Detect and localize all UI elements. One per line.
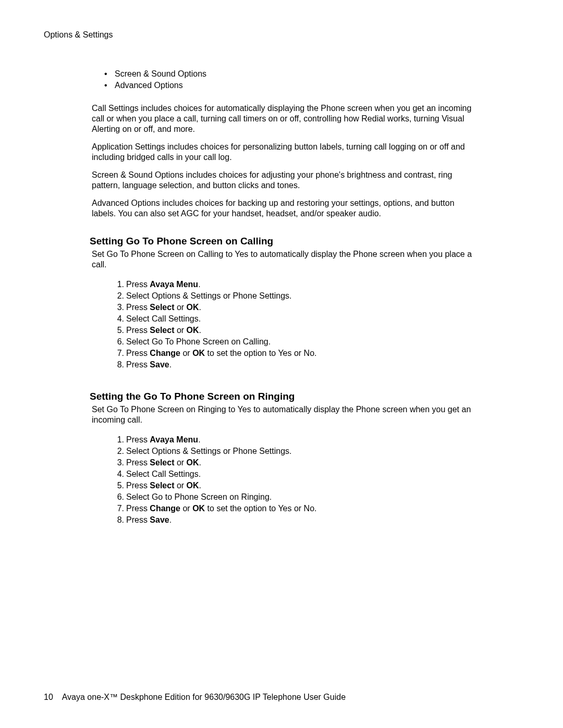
paragraph: Call Settings includes choices for autom… — [92, 103, 472, 134]
list-item: Press Save. — [126, 360, 472, 370]
bold-text: OK — [187, 458, 199, 467]
page-number: 10 — [44, 693, 53, 701]
bold-text: OK — [187, 303, 199, 312]
list-item: Press Select or OK. — [126, 302, 472, 313]
paragraph: Screen & Sound Options includes choices … — [92, 170, 472, 191]
list-item: Press Change or OK to set the option to … — [126, 503, 472, 514]
bold-text: Avaya Menu — [150, 280, 198, 289]
bold-text: OK — [192, 349, 205, 357]
bold-text: Select — [150, 326, 174, 335]
list-item: Press Change or OK to set the option to … — [126, 348, 472, 359]
list-item: Press Select or OK. — [126, 458, 472, 468]
options-bullet-list: Screen & Sound Options Advanced Options — [92, 69, 472, 91]
list-item: Select Call Settings. — [126, 314, 472, 324]
calling-steps: Press Avaya Menu.Select Options & Settin… — [92, 279, 472, 370]
list-item: Select Call Settings. — [126, 469, 472, 479]
list-item: Press Select or OK. — [126, 480, 472, 491]
footer-title: Avaya one-X™ Deskphone Edition for 9630/… — [62, 693, 346, 701]
list-item: Select Options & Settings or Phone Setti… — [126, 291, 472, 301]
running-header: Options & Settings — [44, 30, 519, 40]
intro-block: Screen & Sound Options Advanced Options … — [92, 69, 472, 219]
list-item: Select Options & Settings or Phone Setti… — [126, 446, 472, 456]
bold-text: OK — [192, 504, 205, 513]
bold-text: OK — [187, 481, 199, 490]
list-item: Press Save. — [126, 515, 472, 525]
list-item: Screen & Sound Options — [115, 69, 472, 79]
paragraph: Set Go To Phone Screen on Ringing to Yes… — [92, 404, 472, 425]
list-item: Press Avaya Menu. — [126, 279, 472, 290]
ringing-body: Set Go To Phone Screen on Ringing to Yes… — [92, 404, 472, 525]
bold-text: Select — [150, 458, 174, 467]
list-item: Advanced Options — [115, 80, 472, 91]
bold-text: Select — [150, 303, 174, 312]
bold-text: OK — [187, 326, 199, 335]
paragraph: Set Go To Phone Screen on Calling to Yes… — [92, 249, 472, 270]
ringing-steps: Press Avaya Menu.Select Options & Settin… — [92, 435, 472, 525]
page: Options & Settings Screen & Sound Option… — [0, 0, 563, 728]
bold-text: Save — [150, 515, 169, 524]
paragraph: Advanced Options includes choices for ba… — [92, 198, 472, 219]
bold-text: Select — [150, 481, 174, 490]
bold-text: Change — [150, 504, 180, 513]
bold-text: Change — [150, 349, 180, 357]
heading-ringing: Setting the Go To Phone Screen on Ringin… — [90, 391, 519, 402]
heading-calling: Setting Go To Phone Screen on Calling — [90, 236, 519, 247]
calling-body: Set Go To Phone Screen on Calling to Yes… — [92, 249, 472, 370]
list-item: Press Avaya Menu. — [126, 435, 472, 445]
list-item: Select Go to Phone Screen on Ringing. — [126, 492, 472, 502]
page-footer: 10 Avaya one-X™ Deskphone Edition for 96… — [44, 693, 346, 702]
list-item: Press Select or OK. — [126, 325, 472, 336]
list-item: Select Go To Phone Screen on Calling. — [126, 337, 472, 347]
bold-text: Save — [150, 360, 169, 369]
paragraph: Application Settings includes choices fo… — [92, 142, 472, 163]
bold-text: Avaya Menu — [150, 435, 198, 444]
